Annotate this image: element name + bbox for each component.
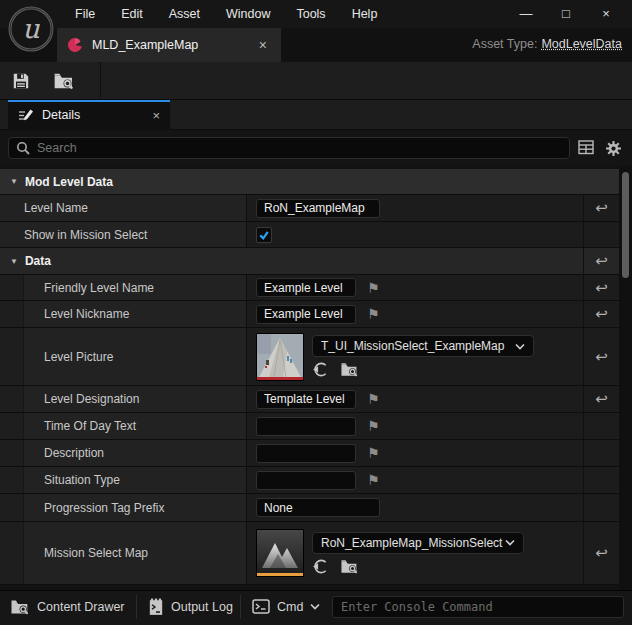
indent-gutter [0,413,24,439]
localization-flag-icon[interactable]: ⚑ [367,391,380,407]
chevron-down-icon [505,539,515,546]
save-button[interactable] [0,62,42,100]
panel-tab-bar: Details × [0,100,632,130]
localization-flag-icon[interactable]: ⚑ [367,280,380,296]
output-log-button[interactable]: Output Log [148,591,233,622]
indent-gutter [0,386,24,412]
reset-to-default-icon[interactable]: ↩ [595,544,608,562]
row-friendly-level-name: Friendly Level Name ⚑ ↩ [0,275,619,301]
row-level-designation: Level Designation ⚑ ↩ [0,386,619,413]
time-of-day-text-input[interactable] [256,417,356,436]
menu-edit[interactable]: Edit [108,0,156,28]
details-tab-close-icon[interactable]: × [152,108,160,123]
browse-to-asset-icon[interactable] [340,558,359,575]
close-button[interactable]: × [586,0,626,28]
use-selected-asset-icon[interactable] [312,558,329,575]
menu-asset[interactable]: Asset [156,0,213,28]
indent-gutter [0,328,24,385]
content-drawer-button[interactable]: Content Drawer [10,591,125,622]
content-drawer-icon [10,598,30,616]
details-search-row [0,130,632,166]
statusbar-separator [240,595,241,619]
mission-select-map-thumbnail[interactable] [256,529,304,577]
maximize-button[interactable]: □ [546,0,586,28]
progression-tag-prefix-input[interactable] [256,498,380,517]
row-level-nickname: Level Nickname ⚑ ↩ [0,301,619,328]
situation-type-label: Situation Type [44,473,120,487]
localization-flag-icon[interactable]: ⚑ [367,472,380,488]
mission-select-map-asset-dropdown[interactable]: RoN_ExampleMap_MissionSelect [312,532,524,554]
output-log-icon [148,598,164,616]
friendly-level-name-label: Friendly Level Name [44,281,154,295]
reset-to-default-icon[interactable]: ↩ [595,199,608,217]
level-nickname-label: Level Nickname [44,307,129,321]
level-name-input[interactable] [256,199,380,218]
row-description: Description ⚑ [0,440,619,467]
localization-flag-icon[interactable]: ⚑ [367,306,380,322]
browse-to-asset-icon[interactable] [340,361,359,378]
asset-toolbar [0,62,632,100]
search-input[interactable] [37,141,562,155]
menu-tools[interactable]: Tools [283,0,338,28]
menu-window[interactable]: Window [213,0,283,28]
vertical-scrollbar[interactable] [619,166,632,590]
level-designation-input[interactable] [256,390,356,409]
reset-to-default-icon[interactable]: ↩ [595,279,608,297]
scrollbar-thumb[interactable] [622,172,629,278]
localization-flag-icon[interactable]: ⚑ [367,445,380,461]
details-tab[interactable]: Details × [8,100,170,130]
console-command-input[interactable] [332,596,624,618]
description-label: Description [44,446,104,460]
category-label: Mod Level Data [25,175,113,189]
asset-tab[interactable]: MLD_ExampleMap × [57,28,281,62]
unreal-logo-icon[interactable]: u [7,5,55,53]
row-mission-select-map: Mission Select Map [0,522,619,585]
content-drawer-label: Content Drawer [37,600,125,614]
details-tab-label: Details [42,108,152,122]
statusbar-separator [136,595,137,619]
level-nickname-input[interactable] [256,305,356,324]
reset-to-default-icon[interactable]: ↩ [595,390,608,408]
reset-to-default-icon[interactable]: ↩ [595,252,608,270]
minimize-button[interactable]: — [506,0,546,28]
show-in-mission-select-checkbox[interactable] [256,227,272,243]
asset-tab-close-icon[interactable]: × [255,37,271,53]
level-name-label: Level Name [24,201,88,215]
subcategory-data[interactable]: ▼ Data ↩ [0,248,619,275]
category-mod-level-data[interactable]: ▼ Mod Level Data [0,169,619,195]
reset-to-default-icon[interactable]: ↩ [595,305,608,323]
cmd-button[interactable]: Cmd [252,591,320,622]
description-input[interactable] [256,444,356,463]
use-selected-asset-icon[interactable] [312,361,329,378]
mission-select-map-label: Mission Select Map [44,546,148,560]
menu-file[interactable]: File [62,0,108,28]
settings-gear-icon[interactable] [605,140,622,157]
search-icon [16,141,30,155]
display-filter-icon[interactable] [578,140,594,155]
asset-pie-icon [67,37,83,53]
localization-flag-icon[interactable]: ⚑ [367,418,380,434]
collapse-arrow-icon[interactable]: ▼ [10,257,18,266]
level-picture-asset-dropdown[interactable]: T_UI_MissionSelect_ExampleMap [312,335,534,357]
asset-type-link[interactable]: ModLevelData [541,37,622,51]
collapse-arrow-icon[interactable]: ▼ [10,177,18,186]
indent-gutter [0,467,24,493]
row-progression-tag-prefix: Progression Tag Prefix [0,494,619,522]
progression-tag-prefix-label: Progression Tag Prefix [44,501,165,515]
chevron-down-icon [310,603,320,610]
save-icon [11,71,31,91]
friendly-level-name-input[interactable] [256,278,356,297]
indent-gutter [0,440,24,466]
chevron-down-icon [515,343,525,350]
folder-search-icon [53,71,75,91]
menu-help[interactable]: Help [339,0,391,28]
indent-gutter [0,494,24,521]
reset-to-default-icon[interactable]: ↩ [595,348,608,366]
row-time-of-day-text: Time Of Day Text ⚑ [0,413,619,440]
level-picture-thumbnail[interactable] [256,333,304,381]
row-level-name: Level Name ↩ [0,195,619,222]
browse-to-asset-button[interactable] [42,62,86,100]
details-property-grid: ▼ Mod Level Data Level Name ↩ Show in Mi… [0,166,632,590]
situation-type-input[interactable] [256,471,356,490]
level-picture-asset-name: T_UI_MissionSelect_ExampleMap [321,339,515,353]
